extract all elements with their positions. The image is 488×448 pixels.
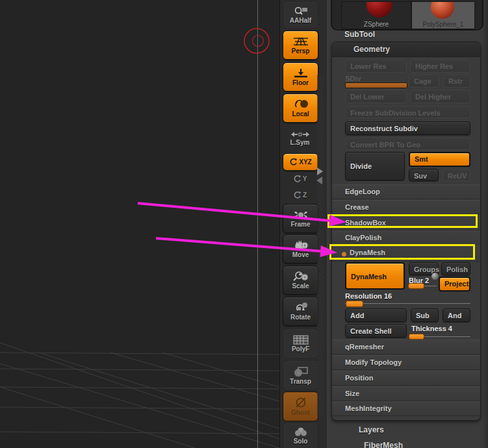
polish-button[interactable]: Polish bbox=[441, 262, 470, 275]
lower-res-button[interactable]: Lower Res bbox=[345, 59, 407, 73]
and-button[interactable]: And bbox=[443, 308, 470, 322]
freeze-subdivision-button[interactable]: Freeze SubDivision Levels bbox=[345, 106, 470, 118]
thickness-slider-handle[interactable] bbox=[409, 334, 424, 340]
y-rotation-button[interactable]: Y bbox=[283, 171, 317, 186]
section-position[interactable]: Position bbox=[332, 371, 480, 386]
sub-button[interactable]: Sub bbox=[411, 308, 439, 322]
transp-icon bbox=[292, 366, 309, 377]
solo-button[interactable]: Solo bbox=[283, 423, 318, 448]
tray-divider-handle[interactable] bbox=[317, 75, 324, 416]
xyz-label: XYZ bbox=[299, 158, 311, 166]
tool-thumbnail-container: ZSphere PolySphere_1 bbox=[331, 0, 483, 31]
cage-button[interactable]: Cage bbox=[409, 74, 439, 88]
sculpt-canvas[interactable] bbox=[0, 0, 279, 448]
del-lower-button[interactable]: Del Lower bbox=[345, 90, 407, 103]
y-label: Y bbox=[303, 175, 307, 182]
brush-cursor-icon bbox=[244, 29, 269, 53]
fibermesh-palette-header[interactable]: FiberMesh bbox=[364, 441, 403, 448]
del-higher-button[interactable]: Del Higher bbox=[410, 90, 470, 103]
divide-button[interactable]: Divide bbox=[345, 152, 405, 180]
floor-icon bbox=[292, 68, 309, 79]
dynamesh-highlight-rect bbox=[329, 244, 475, 260]
persp-button[interactable]: Persp bbox=[283, 31, 318, 60]
shadowbox-highlight-rect bbox=[327, 214, 478, 228]
resolution-slider-handle[interactable] bbox=[346, 301, 363, 307]
local-button[interactable]: Local bbox=[283, 93, 318, 123]
create-shell-button[interactable]: Create Shell bbox=[345, 324, 407, 338]
xyz-rotation-button[interactable]: XYZ bbox=[283, 153, 318, 171]
higher-res-button[interactable]: Higher Res bbox=[410, 59, 470, 73]
polysphere-preview-icon bbox=[431, 1, 454, 19]
y-rotate-icon bbox=[293, 175, 302, 183]
solo-label: Solo bbox=[294, 438, 308, 445]
section-qremesher[interactable]: qRemesher bbox=[332, 340, 480, 355]
section-crease[interactable]: Crease bbox=[332, 200, 480, 215]
persp-label: Persp bbox=[292, 47, 310, 55]
lsym-button[interactable]: L.Sym bbox=[283, 129, 317, 148]
move-icon bbox=[292, 240, 309, 251]
geometry-header-label: Geometry bbox=[353, 45, 390, 54]
z-rotation-button[interactable]: Z bbox=[283, 187, 317, 203]
frame-icon bbox=[292, 210, 309, 220]
smt-button[interactable]: Smt bbox=[409, 152, 470, 167]
add-button[interactable]: Add bbox=[345, 308, 407, 322]
polysphere-thumb-label: PolySphere_1 bbox=[412, 21, 474, 28]
section-claypolish[interactable]: ClayPolish bbox=[332, 230, 480, 245]
dynamesh-button[interactable]: DynaMesh bbox=[345, 262, 405, 290]
floor-button[interactable]: Floor bbox=[283, 62, 318, 92]
divider-collapse-right-icon[interactable] bbox=[317, 168, 323, 175]
floor-grid bbox=[0, 0, 279, 448]
local-icon bbox=[292, 99, 309, 110]
divider-collapse-left-icon[interactable] bbox=[316, 177, 322, 184]
sdiv-slider-label: SDiv bbox=[345, 75, 361, 82]
scale-button[interactable]: Scale bbox=[283, 266, 318, 295]
rstr-button[interactable]: Rstr bbox=[443, 74, 470, 88]
scale-icon bbox=[292, 271, 309, 282]
layers-palette-header[interactable]: Layers bbox=[359, 425, 384, 434]
reconstruct-subdiv-button[interactable]: Reconstruct Subdiv bbox=[345, 121, 470, 135]
section-edgeloop[interactable]: EdgeLoop bbox=[332, 184, 480, 199]
section-meshintegrity[interactable]: MeshIntegrity bbox=[332, 401, 480, 416]
zsphere-thumb-label: ZSphere bbox=[342, 21, 411, 28]
blur-knob-icon[interactable] bbox=[431, 273, 439, 280]
reuv-button[interactable]: ReUV bbox=[443, 169, 470, 181]
canvas-edge-line bbox=[257, 0, 258, 448]
zsphere-preview-icon bbox=[366, 1, 392, 18]
aahalf-label: AAHalf bbox=[290, 17, 311, 24]
sdiv-slider[interactable] bbox=[345, 82, 407, 88]
thickness-slider-label: Thickness 4 bbox=[411, 325, 452, 332]
polyframe-icon bbox=[293, 335, 309, 345]
lsym-label: L.Sym bbox=[290, 139, 309, 146]
transp-label: Transp bbox=[290, 378, 311, 385]
aahalf-button[interactable]: AAHalf bbox=[283, 1, 318, 29]
polyf-button[interactable]: PolyF bbox=[283, 329, 318, 358]
transp-button[interactable]: Transp bbox=[283, 360, 318, 390]
frame-button[interactable]: Frame bbox=[283, 204, 318, 233]
rotate-axis-icon bbox=[289, 158, 298, 166]
tool-thumbnail-polysphere[interactable]: PolySphere_1 bbox=[411, 1, 475, 29]
section-modify-topology[interactable]: Modify Topology bbox=[332, 355, 480, 370]
z-rotate-icon bbox=[293, 191, 302, 199]
solo-icon bbox=[292, 427, 309, 437]
ghost-button[interactable]: Ghost bbox=[283, 392, 318, 421]
tool-thumbnail-zsphere[interactable]: ZSphere bbox=[341, 1, 411, 29]
rotate-button[interactable]: Rotate bbox=[283, 297, 318, 326]
polyf-label: PolyF bbox=[292, 345, 309, 353]
geometry-palette-header[interactable]: Geometry bbox=[332, 42, 480, 57]
move-button[interactable]: Move bbox=[283, 234, 318, 264]
zbrush-window: AAHalf Persp Floor Local L.Sym XYZ bbox=[0, 0, 488, 448]
move-label: Move bbox=[292, 251, 309, 258]
resolution-slider-track[interactable] bbox=[345, 303, 470, 304]
project-button[interactable]: Project bbox=[439, 277, 470, 292]
ghost-label: Ghost bbox=[291, 409, 310, 416]
section-size[interactable]: Size bbox=[332, 386, 480, 401]
resolution-slider-label: Resolution 16 bbox=[345, 292, 392, 300]
blur-slider-handle[interactable] bbox=[408, 283, 424, 289]
floor-label: Floor bbox=[292, 79, 309, 86]
persp-icon bbox=[292, 36, 309, 47]
lsym-icon bbox=[290, 131, 310, 138]
convert-bpr-button[interactable]: Convert BPR To Geo bbox=[345, 138, 470, 150]
suv-button[interactable]: Suv bbox=[409, 169, 439, 181]
rotate-label: Rotate bbox=[290, 314, 311, 321]
subtool-palette-header[interactable]: SubTool bbox=[344, 30, 375, 39]
